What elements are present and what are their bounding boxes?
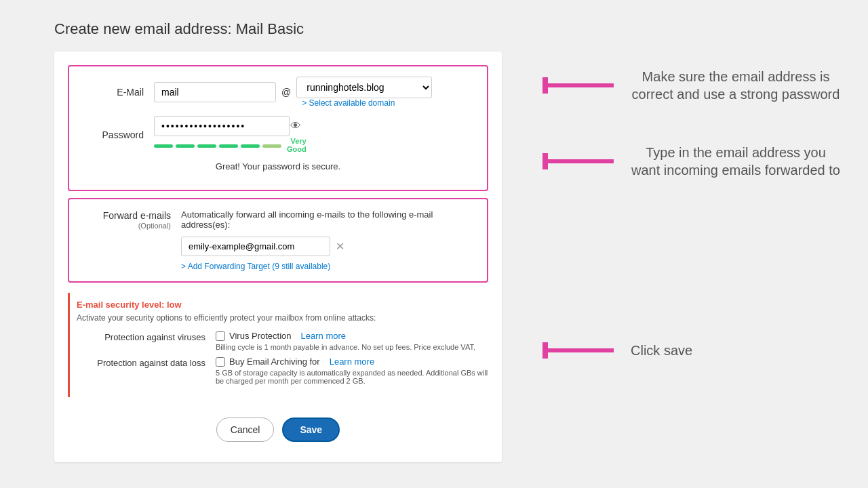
data-loss-content: Buy Email Archiving for Learn more 5 GB … [216, 357, 488, 385]
pink-arrow-3-icon [542, 342, 617, 359]
button-row: Cancel Save [68, 404, 488, 449]
strength-bar-6 [262, 144, 281, 148]
email-label: E-Mail [83, 87, 144, 98]
forward-label-wrapper: Forward e-mails (Optional) [83, 209, 171, 230]
password-strength-wrapper: 👁 VeryGood [154, 116, 307, 153]
strength-label: VeryGood [287, 137, 307, 153]
data-loss-checkbox-row: Buy Email Archiving for Learn more [216, 357, 488, 367]
annotation-section: Make sure the email address is correct a… [515, 0, 868, 488]
virus-protection-content: Virus Protection Learn more Billing cycl… [216, 331, 488, 351]
email-row: E-Mail @ runninghotels.blog Select avail… [83, 77, 473, 108]
virus-learn-more-link[interactable]: Learn more [301, 331, 346, 341]
forwarding-section: Forward e-mails (Optional) Automatically… [68, 198, 488, 283]
data-loss-row: Protection against data loss Buy Email A… [77, 357, 488, 385]
annotation-text-3: Click save [631, 342, 692, 359]
annotation-row-1: Make sure the email address is correct a… [542, 68, 841, 103]
forward-email-input[interactable] [181, 237, 330, 256]
password-input[interactable] [154, 116, 290, 136]
strength-bars [154, 144, 281, 148]
virus-checkbox[interactable] [216, 331, 225, 341]
forward-description: Automatically forward all incoming e-mai… [181, 209, 473, 230]
data-loss-label: Protection against data loss [77, 357, 205, 368]
password-row: Password 👁 [83, 116, 473, 153]
domain-select[interactable]: runninghotels.blog [296, 77, 432, 98]
strength-bar-1 [154, 144, 173, 148]
virus-option-label: Virus Protection [229, 331, 292, 341]
security-level-label: E-mail security level: low [77, 300, 488, 310]
email-password-section: E-Mail @ runninghotels.blog Select avail… [68, 65, 488, 191]
arrow-3 [542, 342, 617, 359]
password-label: Password [83, 129, 144, 140]
remove-forward-button[interactable]: ✕ [336, 240, 344, 253]
data-loss-option-label: Buy Email Archiving for [229, 357, 320, 367]
strength-bar-5 [241, 144, 260, 148]
add-forwarding-link[interactable]: Add Forwarding Target (9 still available… [181, 262, 473, 271]
annotation-text-2: Type in the email address you want incom… [631, 144, 841, 179]
data-loss-billing-note: 5 GB of storage capacity is automaticall… [216, 369, 488, 385]
strength-bar-3 [197, 144, 216, 148]
pink-arrow-1-icon [542, 77, 617, 94]
strength-row: VeryGood [154, 136, 307, 153]
forward-input-row: ✕ [181, 237, 473, 256]
security-section: E-mail security level: low Activate your… [68, 293, 488, 397]
annotation-row-3: Click save [542, 342, 841, 359]
virus-protection-label: Protection against viruses [77, 331, 205, 342]
forward-optional: (Optional) [83, 222, 171, 230]
virus-protection-row: Protection against viruses Virus Protect… [77, 331, 488, 351]
select-domain-link[interactable]: Select available domain [302, 98, 432, 108]
data-loss-learn-more-link[interactable]: Learn more [330, 357, 374, 367]
save-button[interactable]: Save [282, 418, 340, 442]
strength-bar-2 [176, 144, 195, 148]
pink-arrow-2-icon [542, 153, 617, 169]
annotation-row-2: Type in the email address you want incom… [542, 144, 841, 179]
domain-wrapper: runninghotels.blog Select available doma… [296, 77, 432, 108]
main-form-card: E-Mail @ runninghotels.blog Select avail… [54, 52, 502, 462]
forward-label: Forward e-mails [103, 210, 171, 221]
password-input-wrapper: 👁 [154, 116, 307, 136]
secure-message: Great! Your password is secure. [83, 161, 473, 171]
security-desc: Activate your security options to effici… [77, 313, 488, 323]
at-symbol: @ [281, 87, 291, 98]
virus-billing-note: Billing cycle is 1 month payable in adva… [216, 343, 488, 351]
annotation-text-1: Make sure the email address is correct a… [631, 68, 841, 103]
cancel-button[interactable]: Cancel [216, 418, 275, 442]
email-input[interactable] [154, 82, 276, 102]
page-title: Create new email address: Mail Basic [54, 20, 502, 38]
strength-bar-4 [219, 144, 238, 148]
virus-checkbox-row: Virus Protection Learn more [216, 331, 488, 341]
eye-icon[interactable]: 👁 [290, 120, 301, 132]
data-loss-checkbox[interactable] [216, 357, 225, 367]
arrow-2 [542, 153, 617, 169]
forward-header: Forward e-mails (Optional) Automatically… [83, 209, 473, 230]
arrow-1 [542, 77, 617, 94]
